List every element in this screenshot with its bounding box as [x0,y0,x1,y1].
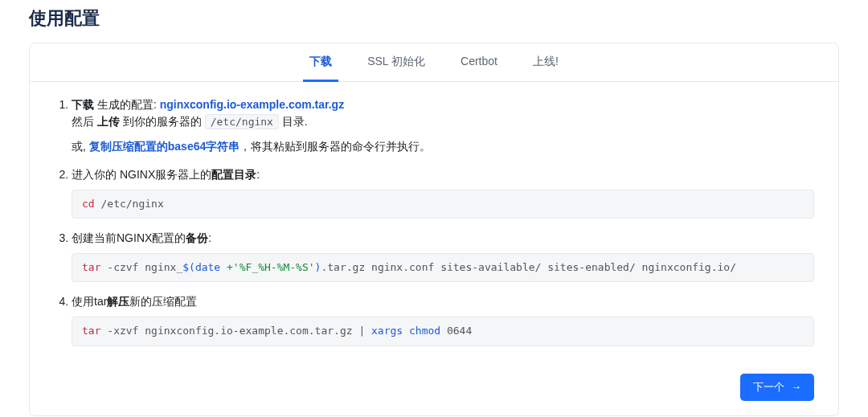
tab-content: 下载 生成的配置: nginxconfig.io-example.com.tar… [30,82,838,370]
step2-bold: 配置目录 [211,168,256,181]
step1-or-pre: 或, [72,140,89,153]
code-text [403,325,409,337]
step3-code[interactable]: tar -czvf nginx_$(date +'%F_%H-%M-%S').t… [72,253,814,282]
step1-upload-bold: 上传 [97,115,120,128]
code-text: /etc/nginx [95,198,164,210]
step-2: 进入你的 NGINX服务器上的配置目录: cd /etc/nginx [72,166,814,219]
step1-dir: 目录. [279,115,308,128]
etc-nginx-path: /etc/nginx [205,114,279,129]
tab-certbot[interactable]: Certbot [454,42,504,82]
next-button-label: 下一个 [753,380,784,395]
code-cmd: cd [82,198,95,210]
step3-pre: 创建当前NGINX配置的 [72,231,186,244]
step-4: 使用tar解压新的压缩配置 tar -xzvf nginxconfig.io-e… [72,293,814,345]
download-archive-link[interactable]: nginxconfig.io-example.com.tar.gz [160,98,344,111]
code-id: $( [182,261,195,273]
tabs: 下载 SSL 初始化 Certbot 上线! [30,43,838,82]
code-text: -czvf nginx_ [100,261,182,273]
step4-code[interactable]: tar -xzvf nginxconfig.io-example.com.tar… [72,317,814,345]
step1-then: 然后 [72,115,97,128]
step3-bold: 备份 [186,231,208,244]
code-text: .tar.gz nginx.conf sites-available/ site… [321,261,736,273]
next-button[interactable]: 下一个 → [740,374,814,401]
steps-list: 下载 生成的配置: nginxconfig.io-example.com.tar… [54,96,814,346]
step1-to-server: 到你的服务器的 [120,115,205,128]
step3-post: : [208,231,211,244]
step4-post: 新的压缩配置 [129,295,197,308]
step4-bold: 解压 [107,295,129,308]
copy-base64-link[interactable]: 复制压缩配置的base64字符串 [89,140,240,153]
arrow-right-icon: → [791,381,801,393]
tab-download[interactable]: 下载 [303,42,338,82]
step-3: 创建当前NGINX配置的备份: tar -czvf nginx_$(date +… [72,230,814,282]
step-1: 下载 生成的配置: nginxconfig.io-example.com.tar… [72,96,814,155]
step1-download-bold: 下载 [72,98,94,111]
code-id: date [195,261,220,273]
page-title: 使用配置 [29,5,839,31]
setup-card: 下载 SSL 初始化 Certbot 上线! 下载 生成的配置: nginxco… [29,43,839,416]
code-id: xargs [371,325,403,337]
step1-text-a: 生成的配置: [94,98,160,111]
code-str: +'%F_%H-%M-%S' [220,261,314,273]
code-id: chmod [409,325,440,337]
code-cmd: tar [82,325,100,337]
code-cmd: tar [82,261,100,273]
step2-code[interactable]: cd /etc/nginx [72,190,814,219]
tab-ssl-init[interactable]: SSL 初始化 [361,42,432,82]
step4-pre: 使用tar [72,295,107,308]
step1-or-suf: ，将其粘贴到服务器的命令行并执行。 [240,140,431,153]
step2-pre: 进入你的 NGINX服务器上的 [72,168,211,181]
code-text: 0644 [440,325,472,337]
code-text: -xzvf nginxconfig.io-example.com.tar.gz … [100,325,371,337]
step2-post: : [256,168,260,181]
tab-go-live[interactable]: 上线! [526,42,565,82]
